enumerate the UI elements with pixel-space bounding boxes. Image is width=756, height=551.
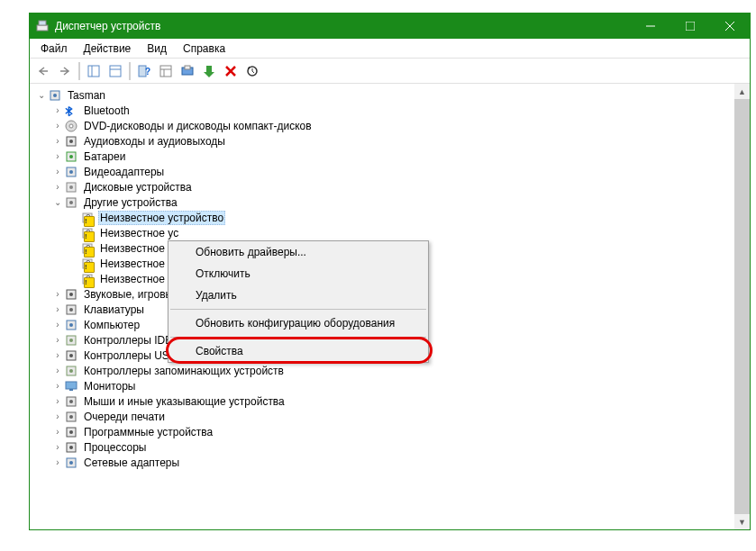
tree-category[interactable]: ›Процессоры	[32, 439, 748, 455]
titlebar[interactable]: Диспетчер устройств	[30, 14, 750, 39]
svg-point-68	[69, 461, 73, 465]
expand-icon[interactable]: ›	[51, 182, 64, 192]
svg-point-32	[69, 185, 73, 189]
tree-category[interactable]: ›Батареи	[32, 149, 748, 164]
tree-category[interactable]: ›Мыши и иные указывающие устройства	[32, 393, 748, 409]
ctx-update-drivers[interactable]: Обновить драйверы...	[169, 241, 428, 263]
expand-icon[interactable]: ›	[51, 105, 64, 115]
menu-help[interactable]: Справка	[176, 41, 232, 57]
tree-root[interactable]: ⌄Tasman	[32, 87, 748, 103]
expand-icon[interactable]: ›	[51, 136, 64, 146]
tree-category[interactable]: ›Сетевые адаптеры	[32, 455, 748, 470]
scroll-down-button[interactable]: ▼	[734, 514, 750, 529]
expand-icon[interactable]: ›	[51, 381, 64, 391]
svg-point-48	[69, 308, 73, 312]
scan-hardware-button[interactable]	[178, 61, 197, 81]
expand-icon[interactable]: ›	[51, 366, 64, 375]
tree-category[interactable]: ›Аудиовходы и аудиовыходы	[32, 133, 748, 149]
expand-icon[interactable]: ›	[51, 442, 64, 452]
tree-category[interactable]: ›Дисковые устройства	[32, 179, 748, 194]
update-driver-button[interactable]	[199, 61, 219, 81]
menu-file[interactable]: Файл	[33, 41, 75, 57]
expand-icon[interactable]: ›	[51, 121, 64, 131]
scrollbar[interactable]: ▲ ▼	[734, 84, 750, 529]
expand-icon[interactable]: ›	[51, 396, 64, 406]
scroll-thumb[interactable]	[734, 99, 750, 514]
dvd-icon	[64, 119, 78, 133]
node-label: Неизвестное ус	[98, 227, 180, 239]
expand-icon[interactable]: ›	[51, 335, 64, 345]
properties-button[interactable]	[105, 61, 125, 81]
expand-icon[interactable]: ›	[51, 411, 64, 421]
svg-rect-57	[66, 382, 77, 389]
svg-point-52	[69, 339, 73, 342]
svg-rect-3	[686, 22, 695, 31]
node-label: Мониторы	[82, 380, 137, 393]
expand-icon[interactable]: ›	[51, 151, 64, 161]
forward-button[interactable]	[55, 61, 75, 81]
svg-point-22	[53, 94, 57, 97]
ctx-scan-hardware[interactable]: Обновить конфигурацию оборудования	[169, 312, 428, 334]
tree-category[interactable]: ›Очереди печати	[32, 409, 748, 424]
svg-point-30	[69, 170, 73, 174]
unknown-device-icon: ?	[80, 211, 95, 225]
expand-icon[interactable]: ›	[51, 167, 64, 176]
show-hide-tree-button[interactable]	[84, 61, 104, 81]
expand-icon[interactable]: ›	[51, 304, 64, 314]
tree-category[interactable]: ›DVD-дисководы и дисководы компакт-диско…	[32, 118, 748, 133]
ctx-properties[interactable]: Свойства	[169, 340, 428, 362]
node-label: Аудиовходы и аудиовыходы	[82, 135, 227, 148]
expand-icon[interactable]: ⌄	[51, 197, 64, 207]
toolbar: ?	[30, 59, 750, 84]
tree-device-unknown[interactable]: ?Неизвестное ус	[32, 225, 748, 240]
scroll-up-button[interactable]: ▲	[734, 84, 750, 99]
tree-category[interactable]: ›Мониторы	[32, 378, 748, 393]
menubar: Файл Действие Вид Справка	[30, 39, 750, 59]
tree-device-unknown[interactable]: ?Неизвестное устройство	[32, 210, 748, 225]
node-label: Tasman	[66, 89, 107, 102]
tree-category[interactable]: ›Видеоадаптеры	[32, 164, 748, 179]
svg-rect-8	[110, 66, 121, 77]
back-button[interactable]	[33, 61, 53, 81]
help-button[interactable]: ?	[134, 61, 154, 81]
tree-category[interactable]: ›Контроллеры запоминающих устройств	[32, 363, 748, 378]
tree-category[interactable]: ›Программные устройства	[32, 424, 748, 439]
unknown-device-icon: ?	[80, 257, 95, 271]
svg-point-64	[69, 430, 73, 434]
node-label: Контроллеры USB	[82, 349, 178, 362]
close-button[interactable]	[710, 14, 750, 39]
menu-action[interactable]: Действие	[77, 41, 139, 57]
toolbar-button-9[interactable]	[242, 61, 262, 81]
expand-icon[interactable]: ›	[51, 320, 64, 330]
svg-point-26	[69, 140, 73, 143]
node-label: Программные устройства	[82, 426, 214, 438]
computer-icon	[48, 88, 62, 103]
unknown-device-icon: ?	[80, 241, 95, 256]
software-icon	[64, 425, 78, 439]
ctx-delete[interactable]: Удалить	[169, 285, 428, 306]
maximize-button[interactable]	[670, 14, 710, 39]
node-label: Дисковые устройства	[82, 181, 194, 194]
minimize-button[interactable]	[631, 14, 670, 39]
node-label: Другие устройства	[82, 196, 179, 209]
net-icon	[64, 456, 78, 470]
ctx-disable[interactable]: Отключить	[169, 263, 428, 285]
tree-category[interactable]: ›Bluetooth	[32, 103, 748, 118]
uninstall-button[interactable]	[221, 61, 241, 81]
toolbar-button-5[interactable]	[156, 61, 176, 81]
expand-icon[interactable]: ›	[51, 457, 64, 467]
expand-icon[interactable]: ›	[51, 427, 64, 437]
node-label: Очереди печати	[82, 411, 167, 423]
svg-point-34	[69, 201, 73, 204]
svg-rect-58	[69, 389, 73, 391]
context-menu: Обновить драйверы... Отключить Удалить О…	[168, 240, 429, 363]
node-label: Мыши и иные указывающие устройства	[82, 395, 287, 408]
other-icon	[64, 195, 78, 210]
tree-category[interactable]: ⌄Другие устройства	[32, 194, 748, 210]
svg-point-28	[69, 155, 73, 158]
mouse-icon	[64, 394, 78, 409]
expand-icon[interactable]: ›	[51, 289, 64, 299]
expand-icon[interactable]: ›	[51, 350, 64, 360]
menu-view[interactable]: Вид	[140, 41, 174, 57]
unknown-device-icon: ?	[80, 272, 95, 286]
